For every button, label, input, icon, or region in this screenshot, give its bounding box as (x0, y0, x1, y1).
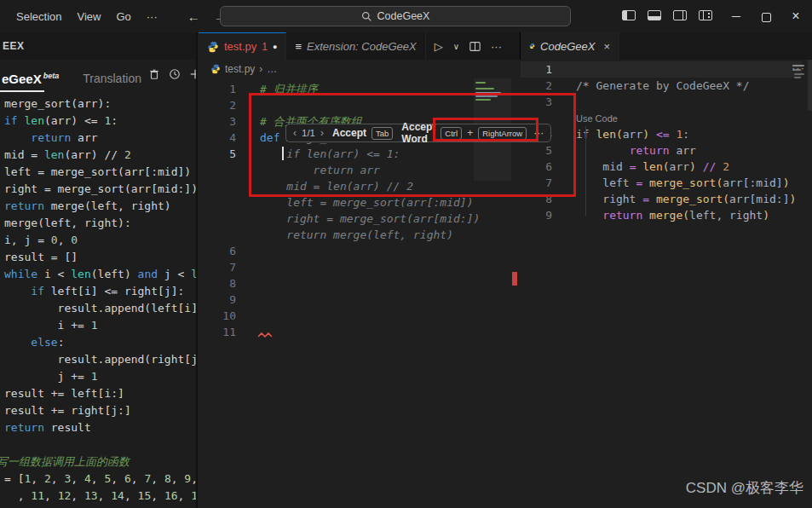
menu-more[interactable]: ··· (139, 7, 165, 26)
python-icon (207, 41, 219, 53)
window-restore-button[interactable] (762, 13, 771, 22)
modified-dot-icon[interactable]: ● (273, 43, 277, 51)
window-close-button[interactable]: × (785, 9, 807, 24)
line-numbers: 12345 67891011 (199, 81, 236, 340)
search-icon (361, 11, 372, 22)
editor-scrollbar[interactable] (808, 60, 812, 111)
command-center-search[interactable]: CodeGeeX (220, 6, 571, 26)
run-python-file-icon[interactable]: ▷ (435, 40, 443, 53)
tab-label: CodeGeeX (540, 40, 595, 53)
editor-more-actions-icon[interactable]: ··· (792, 61, 805, 74)
trash-icon[interactable] (148, 68, 160, 80)
tab-extension-codegeex[interactable]: ≡ Extension: CodeGeeX (286, 32, 425, 60)
editor-tabstrip-middle: test.py 1 ● ≡ Extension: CodeGeeX ▷ ∨ ··… (199, 32, 520, 60)
sidebar-tab-translation[interactable]: Translation (83, 72, 141, 85)
breadcrumb-file[interactable]: test.py (225, 63, 255, 75)
codegeex-sidebar: EEX eGeeXbeta Translation merge_sort(arr… (0, 32, 198, 508)
python-icon (529, 40, 535, 52)
error-squiggle (258, 332, 274, 338)
active-tab-underline (0, 90, 44, 92)
annotation-rect-large (249, 93, 576, 197)
editor-tabstrip-right: CodeGeeX × (520, 32, 812, 60)
generated-code: /* Generate by CodeGeeX */ Use Codeif le… (576, 61, 796, 223)
plus-icon[interactable] (189, 68, 198, 80)
watermark: CSDN @极客李华 (686, 478, 803, 498)
history-clock-icon[interactable] (169, 68, 181, 80)
breadcrumb[interactable]: test.py › … (199, 60, 520, 78)
tab-test-py[interactable]: test.py 1 ● (199, 32, 286, 60)
split-editor-icon[interactable] (469, 41, 481, 52)
list-icon: ≡ (295, 40, 302, 53)
nav-back-icon[interactable]: ← (181, 8, 207, 26)
toggle-panel-icon[interactable] (648, 10, 661, 20)
menu-selection[interactable]: Selection (9, 7, 69, 26)
indent-guide (585, 126, 586, 216)
search-text: CodeGeeX (377, 10, 430, 22)
problems-badge: 1 (262, 41, 268, 53)
menu-view[interactable]: View (69, 7, 108, 26)
menu-go[interactable]: Go (108, 7, 138, 26)
tab-codegeex-preview[interactable]: CodeGeeX × (521, 32, 619, 60)
tab-label: Extension: CodeGeeX (307, 40, 417, 53)
annotation-rect-small (433, 118, 538, 141)
editor-more-actions-icon[interactable]: ··· (491, 40, 502, 53)
tab-label: test.py (224, 40, 256, 53)
toggle-secondary-sidebar-icon[interactable] (673, 10, 687, 20)
toggle-primary-sidebar-icon[interactable] (622, 10, 636, 20)
breadcrumb-separator: › (259, 63, 262, 75)
tab-close-icon[interactable]: × (603, 40, 610, 53)
breadcrumb-more[interactable]: … (267, 63, 277, 75)
python-icon (210, 64, 221, 74)
sidebar-generated-code[interactable]: merge_sort(arr):if len(arr) <= 1: return… (4, 95, 198, 508)
sidebar-tab-codegeex[interactable]: eGeeXbeta (2, 72, 59, 86)
customize-layout-icon[interactable] (699, 10, 712, 20)
beta-badge: beta (43, 72, 60, 80)
window-minimize-button[interactable]: ─ (725, 9, 747, 23)
run-dropdown-chevron-icon[interactable]: ∨ (453, 42, 459, 51)
sidebar-panel-title: EEX (0, 32, 196, 60)
